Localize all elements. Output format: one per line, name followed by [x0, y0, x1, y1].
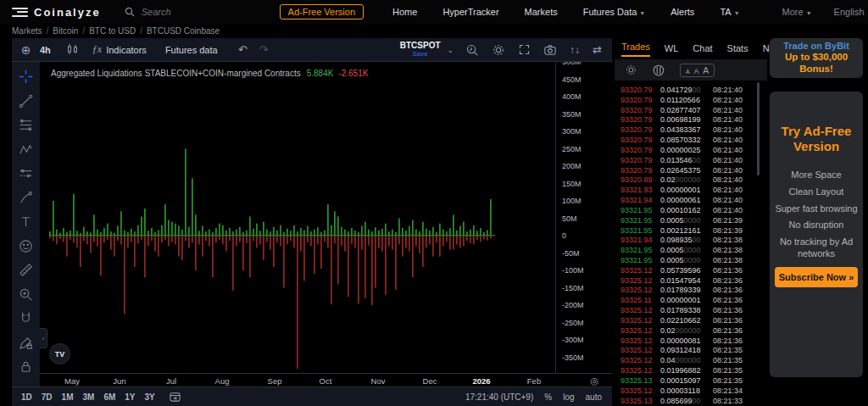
zoom-in-icon[interactable] — [18, 286, 35, 303]
trade-time: 08:21:36 — [713, 336, 743, 345]
trades-panel: TradesWLChatStatsNews AAA 93320.790.0417… — [615, 38, 767, 406]
nav-item-futures-data[interactable]: Futures Data▼ — [583, 7, 646, 17]
trade-price: 93321.95 — [620, 216, 660, 225]
lock-icon[interactable] — [18, 359, 35, 375]
range-button-6m[interactable]: 6M — [103, 392, 115, 402]
bybit-ad-banner[interactable]: Trade on ByBit Up to $30,000 Bonus! — [770, 38, 863, 78]
save-link[interactable]: Save — [400, 51, 441, 58]
columns-layout-icon[interactable] — [652, 64, 665, 77]
time-axis-label: 2026 — [472, 376, 490, 386]
tab-stats[interactable]: Stats — [727, 43, 748, 57]
nav-item-more[interactable]: More▼ — [782, 7, 812, 17]
symbol-button[interactable]: BTCSPOT Save — [400, 42, 441, 58]
emoji-icon[interactable] — [18, 238, 35, 254]
percent-scale-toggle[interactable]: % — [544, 392, 552, 402]
trade-price: 93325.12 — [620, 387, 660, 395]
indicators-button[interactable]: ƒx Indicators — [92, 43, 147, 56]
zoom-history-icon[interactable] — [465, 43, 479, 57]
auto-scale-toggle[interactable]: auto — [586, 392, 602, 402]
undo-icon[interactable]: ↶ — [238, 43, 248, 56]
range-button-1d[interactable]: 1D — [21, 392, 32, 402]
scale-arrows-icon[interactable]: ↑↓ — [570, 44, 580, 56]
ad-free-version-button[interactable]: Ad-Free Version — [280, 4, 364, 19]
tab-trades[interactable]: Trades — [621, 42, 650, 57]
fib-retracement-icon[interactable] — [18, 117, 35, 133]
swap-arrows-icon[interactable]: ⇄ — [593, 43, 602, 56]
range-button-3m[interactable]: 3M — [83, 392, 95, 402]
font-size-buttons[interactable]: AAA — [680, 64, 715, 77]
nav-item-english[interactable]: English▼ — [834, 7, 868, 17]
top-navbar: Coinalyze Search Ad-Free Version HomeHyp… — [0, 0, 868, 24]
trade-price: 93321.95 — [620, 226, 660, 235]
breadcrumb-item[interactable]: Bitcoin — [53, 26, 78, 36]
collapse-toolbar-chevron-icon[interactable]: ‹ — [40, 328, 47, 348]
trade-time: 08:21:36 — [713, 316, 743, 325]
time-axis-label: Feb — [527, 376, 541, 386]
trades-scrollbar[interactable] — [757, 82, 760, 175]
breadcrumb-item[interactable]: BTC to USD — [89, 26, 136, 36]
subscribe-now-button[interactable]: Subscribe Now » — [775, 267, 858, 287]
font-size-large[interactable]: A — [703, 65, 709, 75]
nav-item-home[interactable]: Home — [392, 7, 417, 17]
drawing-lock-icon[interactable] — [18, 335, 35, 351]
trade-price: 93321.94 — [620, 196, 660, 204]
tab-wl[interactable]: WL — [665, 43, 679, 57]
chart-toolbar: ⊕ 4h ƒx Indicators Futures data ↶ ↷ BTCS… — [12, 38, 612, 62]
trade-row: 93325.120.0573959608:21:36 — [615, 265, 764, 275]
crosshair-icon[interactable] — [18, 69, 35, 85]
magnet-icon[interactable] — [18, 310, 35, 326]
trade-row: 93321.940.0000006108:21:40 — [615, 195, 764, 205]
price-scale-axis[interactable]: 500M450M400M350M300M250M200M150M100M50M0… — [555, 62, 612, 373]
font-size-small[interactable]: A — [686, 69, 690, 75]
trade-price: 93325.11 — [620, 296, 660, 304]
breadcrumb-item[interactable]: Markets — [12, 26, 42, 36]
search-input[interactable]: Search — [125, 7, 171, 17]
trade-price: 93325.12 — [620, 286, 660, 294]
nav-item-ta[interactable]: TA▼ — [720, 7, 739, 17]
ruler-icon[interactable] — [18, 262, 35, 278]
nav-item-hypertracker[interactable]: HyperTracker — [442, 7, 498, 17]
trend-line-icon[interactable] — [18, 93, 35, 109]
clock[interactable]: 17:21:40 (UTC+9) — [465, 392, 533, 402]
trade-price: 93320.79 — [620, 125, 660, 134]
nav-item-alerts[interactable]: Alerts — [670, 7, 694, 17]
screenshot-camera-icon[interactable] — [543, 44, 557, 56]
trade-amount: 0.00000025 — [660, 146, 713, 154]
time-axis[interactable]: ◎ MayJunJulAugSepOctNovDec2026Feb — [40, 373, 612, 387]
go-to-date-icon[interactable] — [169, 391, 181, 403]
trade-row: 93325.130.0856990008:21:33 — [615, 396, 764, 406]
tradingview-logo[interactable]: TV — [49, 343, 70, 364]
chevron-down-icon[interactable]: ⌄ — [448, 46, 454, 54]
range-button-7d[interactable]: 7D — [42, 392, 53, 402]
range-button-3y[interactable]: 3Y — [145, 392, 155, 402]
range-button-1y[interactable]: 1Y — [125, 392, 135, 402]
interval-button[interactable]: 4h — [40, 45, 51, 55]
range-button-1m[interactable]: 1M — [62, 392, 74, 402]
long-position-icon[interactable] — [18, 165, 35, 181]
font-size-medium[interactable]: A — [694, 67, 699, 75]
legend-long-value: 5.884K — [307, 69, 334, 78]
trade-time: 08:21:35 — [713, 366, 743, 375]
drawing-toolbar — [12, 62, 40, 406]
trade-amount: 0.00003118 — [660, 387, 713, 395]
trade-time: 08:21:36 — [713, 286, 743, 294]
reset-scale-target-icon[interactable]: ◎ — [590, 375, 598, 387]
futures-data-button[interactable]: Futures data — [165, 45, 218, 55]
nav-item-markets[interactable]: Markets — [525, 7, 558, 17]
brush-icon[interactable] — [18, 190, 35, 206]
tab-chat[interactable]: Chat — [693, 43, 712, 57]
breadcrumb-item[interactable]: BTCUSD Coinbase — [147, 26, 220, 36]
liquidations-chart[interactable]: Aggregated Liquidations STABLECOIN+COIN-… — [40, 62, 555, 373]
symbol-search-icon[interactable]: ⊕ — [12, 43, 40, 57]
chart-type-icon[interactable] — [66, 43, 79, 56]
trades-gear-icon[interactable] — [625, 64, 637, 76]
trade-price: 93320.79 — [620, 86, 660, 94]
text-icon[interactable] — [18, 214, 35, 230]
xabcd-pattern-icon[interactable] — [18, 142, 35, 158]
coinalyze-logo[interactable]: Coinalyze — [12, 6, 101, 19]
settings-gear-icon[interactable] — [492, 43, 505, 57]
price-scale-label: -200M — [562, 301, 584, 309]
fullscreen-icon[interactable] — [518, 43, 531, 56]
redo-icon[interactable]: ↷ — [259, 43, 269, 56]
log-scale-toggle[interactable]: log — [563, 392, 574, 402]
